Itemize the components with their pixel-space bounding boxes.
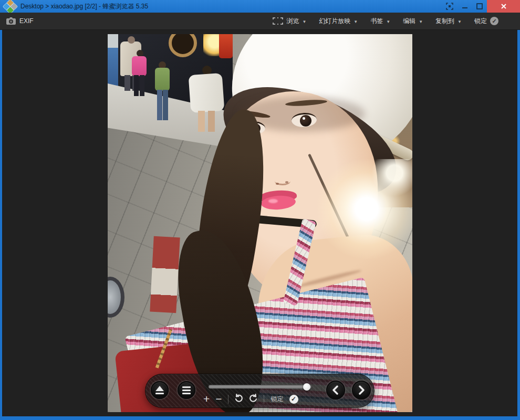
menu-edit-label: 编辑 bbox=[403, 17, 415, 26]
exif-label: EXIF bbox=[19, 17, 34, 25]
menu-bookmarks[interactable]: 书签 ▼ bbox=[365, 13, 396, 30]
chevron-down-icon: ▼ bbox=[302, 19, 306, 24]
window-frame-bottom bbox=[0, 416, 520, 420]
chevron-left-icon bbox=[332, 385, 339, 395]
photo-pedestrian bbox=[155, 68, 170, 91]
zoom-slider-track[interactable] bbox=[209, 385, 311, 388]
rotate-right-button[interactable] bbox=[249, 394, 258, 405]
app-logo-icon bbox=[4, 1, 16, 12]
photo-curb bbox=[150, 236, 180, 313]
maximize-button[interactable] bbox=[472, 0, 487, 13]
lock-check-icon[interactable]: ✓ bbox=[289, 395, 298, 404]
menu-lock-label: 锁定 bbox=[474, 17, 487, 26]
toolbar: EXIF 浏览 ▼ 幻灯片放映 ▼ 书签 ▼ 编辑 ▼ bbox=[0, 13, 520, 30]
chevron-down-icon: ▼ bbox=[353, 19, 358, 24]
menu-button[interactable] bbox=[178, 381, 195, 399]
toolbar-menus: 浏览 ▼ 幻灯片放映 ▼ 书签 ▼ 编辑 ▼ 复制到 ▼ 锁定 ✓ bbox=[267, 13, 520, 30]
camera-icon bbox=[6, 17, 16, 25]
check-circle-icon: ✓ bbox=[490, 17, 498, 25]
app-window: Desktop > xiaodao.jpg [2/2] - 蜂蜜浏览器 5.35 bbox=[0, 0, 520, 420]
exif-button[interactable]: EXIF bbox=[0, 13, 40, 29]
menu-copy-to[interactable]: 复制到 ▼ bbox=[430, 13, 467, 30]
zoom-slider[interactable] bbox=[209, 383, 311, 391]
menu-browse[interactable]: 浏览 ▼ bbox=[267, 13, 312, 30]
window-controls bbox=[442, 0, 520, 13]
titlebar: Desktop > xiaodao.jpg [2/2] - 蜂蜜浏览器 5.35 bbox=[0, 0, 520, 13]
viewer-control-bar: + − 锁定 ✓ bbox=[145, 374, 375, 408]
menu-lock[interactable]: 锁定 ✓ bbox=[469, 13, 504, 30]
rotate-left-button[interactable] bbox=[234, 394, 243, 405]
chevron-down-icon: ▼ bbox=[386, 19, 390, 24]
zoom-in-button[interactable]: + bbox=[203, 394, 210, 404]
eject-icon bbox=[155, 386, 164, 391]
previous-image-button[interactable] bbox=[326, 381, 345, 400]
next-image-button[interactable] bbox=[352, 381, 371, 400]
hamburger-icon bbox=[182, 386, 191, 388]
fullscreen-icon[interactable] bbox=[442, 0, 457, 13]
zoom-out-button[interactable]: − bbox=[215, 394, 222, 404]
menu-edit[interactable]: 编辑 ▼ bbox=[397, 13, 429, 30]
window-frame-right bbox=[517, 30, 520, 416]
eject-button[interactable] bbox=[151, 381, 169, 399]
menu-bookmarks-label: 书签 bbox=[370, 17, 383, 26]
minimize-button[interactable] bbox=[457, 0, 472, 13]
control-bar-row: + − 锁定 ✓ bbox=[203, 393, 316, 405]
menu-slideshow-label: 幻灯片放映 bbox=[319, 17, 350, 26]
photo-light-flare bbox=[317, 159, 412, 259]
chevron-right-icon bbox=[358, 385, 365, 395]
lock-label: 锁定 bbox=[271, 395, 284, 404]
window-title: Desktop > xiaodao.jpg [2/2] - 蜂蜜浏览器 5.35 bbox=[20, 2, 148, 11]
chevron-down-icon: ▼ bbox=[457, 19, 462, 24]
close-button[interactable] bbox=[487, 0, 520, 13]
divider bbox=[228, 395, 228, 404]
zoom-slider-handle[interactable] bbox=[303, 383, 310, 391]
menu-browse-label: 浏览 bbox=[286, 17, 299, 26]
menu-copy-to-label: 复制到 bbox=[435, 17, 454, 26]
chevron-down-icon: ▼ bbox=[419, 19, 423, 24]
divider bbox=[264, 395, 264, 404]
photo-pedestrian bbox=[189, 73, 225, 113]
photo-red-lantern bbox=[219, 34, 233, 58]
viewport-icon bbox=[273, 17, 283, 25]
photo-pedestrian bbox=[132, 56, 147, 76]
window-frame-left bbox=[0, 30, 2, 416]
menu-slideshow[interactable]: 幻灯片放映 ▼ bbox=[313, 13, 363, 30]
photo-image bbox=[108, 34, 412, 412]
